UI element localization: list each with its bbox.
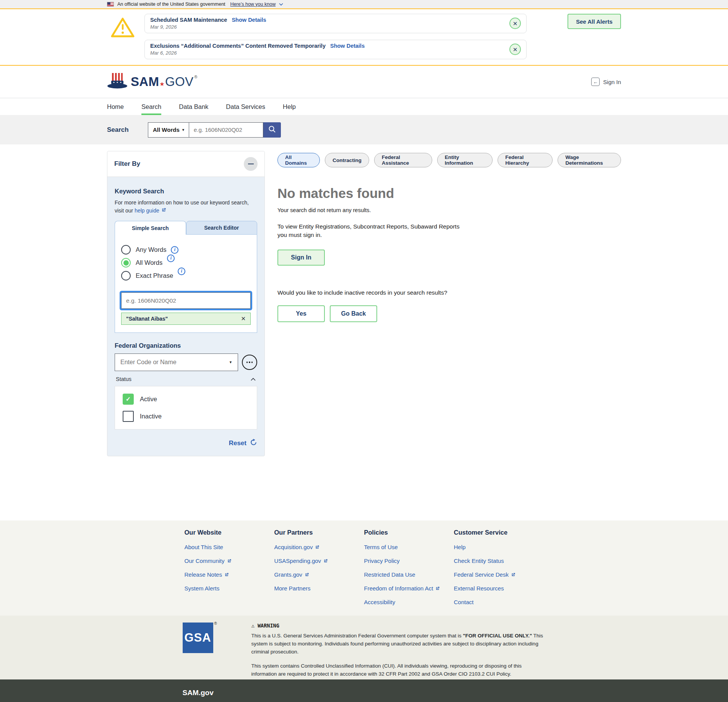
- info-icon[interactable]: i: [178, 268, 185, 275]
- footer-link-check-entity-status[interactable]: Check Entity Status: [454, 558, 544, 564]
- collapse-filters-button[interactable]: [244, 157, 258, 171]
- search-input[interactable]: [189, 122, 263, 138]
- nav-item-data-bank[interactable]: Data Bank: [179, 98, 208, 115]
- nav-item-help[interactable]: Help: [283, 98, 296, 115]
- footer-link-system-alerts[interactable]: System Alerts: [185, 585, 274, 592]
- footer-link-about-this-site[interactable]: About This Site: [185, 544, 274, 550]
- gov-banner-link[interactable]: Here’s how you know: [230, 2, 276, 7]
- sam-gov-logo[interactable]: SAM★GOV®: [107, 72, 198, 91]
- search-button[interactable]: [263, 122, 281, 138]
- nav-item-home[interactable]: Home: [107, 98, 124, 115]
- alert-card: Exclusions “Additional Comments” Content…: [144, 40, 527, 59]
- info-icon[interactable]: i: [171, 246, 178, 254]
- go-back-button[interactable]: Go Back: [330, 305, 377, 322]
- nav-item-search[interactable]: Search: [141, 98, 161, 115]
- chevron-down-icon: [279, 2, 283, 6]
- gsa-logo: GSA ®: [183, 623, 213, 653]
- external-link-icon: [305, 572, 309, 577]
- checkbox-active[interactable]: ✓: [123, 394, 134, 405]
- footer-link-more-partners[interactable]: More Partners: [274, 585, 364, 592]
- header-sign-in-link[interactable]: ← Sign In: [591, 78, 621, 86]
- federal-orgs-more-button[interactable]: [242, 355, 257, 370]
- remove-tag-icon[interactable]: ✕: [241, 315, 246, 322]
- footer-link-privacy-policy[interactable]: Privacy Policy: [364, 558, 454, 564]
- footer-link-usaspending-gov[interactable]: USASpending.gov: [274, 558, 364, 564]
- external-link-icon: [224, 572, 229, 577]
- radio-any-words[interactable]: [121, 245, 131, 255]
- alert-show-details-link[interactable]: Show Details: [330, 43, 365, 49]
- alert-title: Exclusions “Additional Comments” Content…: [150, 43, 326, 49]
- radio-all-words-label: All Words: [136, 259, 162, 266]
- warning-header-text: WARNING: [258, 623, 279, 629]
- help-guide-label: help guide: [135, 207, 159, 215]
- footer-link-federal-service-desk[interactable]: Federal Service Desk: [454, 571, 544, 578]
- footer-link-our-community[interactable]: Our Community: [185, 558, 274, 564]
- domain-tab-federal-hierarchy[interactable]: Federal Hierarchy: [498, 153, 553, 167]
- domain-tabs: All Domains Contracting Federal Assistan…: [277, 153, 621, 167]
- alert-card-list: Scheduled SAM Maintenance Show Details M…: [144, 14, 527, 59]
- checkbox-inactive[interactable]: [123, 411, 134, 422]
- info-icon[interactable]: i: [167, 255, 175, 262]
- radio-any-words-label: Any Words: [136, 246, 166, 253]
- tab-search-editor[interactable]: Search Editor: [186, 221, 258, 235]
- domain-tab-federal-assistance[interactable]: Federal Assistance: [374, 153, 432, 167]
- footer-heading: Policies: [364, 529, 454, 536]
- radio-exact-phrase-label: Exact Phrase: [136, 272, 173, 279]
- radio-all-words[interactable]: [121, 258, 131, 268]
- federal-orgs-placeholder: Enter Code or Name: [120, 359, 177, 366]
- close-icon[interactable]: ✕: [509, 44, 521, 55]
- footer-link-external-resources[interactable]: External Resources: [454, 585, 544, 592]
- footer-link-foia[interactable]: Freedom of Information Act: [364, 585, 454, 592]
- minus-icon: [248, 164, 254, 165]
- domain-tab-contracting[interactable]: Contracting: [325, 153, 369, 167]
- external-link-icon: [511, 572, 516, 577]
- footer-link-help[interactable]: Help: [454, 544, 544, 550]
- gsa-warning-band: GSA ® ⚠ WARNING This is a U.S. General S…: [0, 616, 728, 679]
- alert-date: Mar 6, 2026: [150, 50, 365, 56]
- domain-tab-all-domains[interactable]: All Domains: [277, 153, 320, 167]
- help-guide-link[interactable]: help guide: [135, 207, 166, 215]
- footer-link-acquisition-gov[interactable]: Acquisition.gov: [274, 544, 364, 550]
- federal-organizations-heading: Federal Organizations: [115, 342, 257, 349]
- footer-link-accessibility[interactable]: Accessibility: [364, 599, 454, 605]
- sign-in-icon: ←: [591, 78, 600, 86]
- see-all-alerts-button[interactable]: See All Alerts: [567, 14, 621, 29]
- radio-exact-phrase[interactable]: [121, 271, 131, 280]
- alert-show-details-link[interactable]: Show Details: [232, 17, 266, 23]
- federal-orgs-select[interactable]: Enter Code or Name ▼: [115, 353, 238, 371]
- domain-tab-entity-information[interactable]: Entity Information: [437, 153, 493, 167]
- checkbox-active-label: Active: [140, 396, 157, 403]
- alert-card: Scheduled SAM Maintenance Show Details M…: [144, 14, 527, 33]
- filter-panel: Filter By Keyword Search For more inform…: [107, 151, 265, 456]
- footer-link-release-notes[interactable]: Release Notes: [185, 571, 274, 578]
- footer-tagline: An official website of the U.S. General …: [183, 700, 546, 702]
- footer: Our Website About This Site Our Communit…: [0, 520, 728, 616]
- external-link-icon: [323, 559, 328, 563]
- identifier-footer: SAM.gov An official website of the U.S. …: [0, 679, 728, 702]
- sign-in-label: Sign In: [603, 79, 621, 85]
- status-filter-box: ✓ Active Inactive: [115, 386, 257, 430]
- footer-link-terms-of-use[interactable]: Terms of Use: [364, 544, 454, 550]
- footer-link-grants-gov[interactable]: Grants.gov: [274, 571, 364, 578]
- gsa-registered-mark: ®: [214, 621, 217, 626]
- footer-site-name: SAM.gov: [183, 689, 546, 697]
- reset-filters-button[interactable]: Reset: [115, 439, 257, 447]
- footer-link-restricted-data-use[interactable]: Restricted Data Use: [364, 571, 454, 578]
- keyword-input[interactable]: [121, 292, 251, 309]
- footer-link-contact[interactable]: Contact: [454, 599, 544, 605]
- close-icon[interactable]: ✕: [509, 18, 521, 29]
- alert-banner: Scheduled SAM Maintenance Show Details M…: [0, 8, 728, 66]
- logo-registered-mark: ®: [194, 75, 197, 79]
- page-content: Filter By Keyword Search For more inform…: [0, 144, 728, 520]
- tab-simple-search[interactable]: Simple Search: [115, 221, 186, 235]
- logo-gov-text: GOV: [165, 75, 193, 89]
- domain-tab-wage-determinations[interactable]: Wage Determinations: [558, 153, 621, 167]
- keyword-search-heading: Keyword Search: [115, 188, 257, 195]
- nav-item-data-services[interactable]: Data Services: [226, 98, 265, 115]
- yes-button[interactable]: Yes: [277, 305, 325, 322]
- gov-banner: An official website of the United States…: [0, 0, 728, 8]
- search-mode-select[interactable]: All Words ▼: [148, 122, 189, 138]
- sign-in-button[interactable]: Sign In: [277, 250, 325, 266]
- search-band-label: Search: [107, 126, 148, 134]
- chevron-up-icon[interactable]: [250, 376, 256, 383]
